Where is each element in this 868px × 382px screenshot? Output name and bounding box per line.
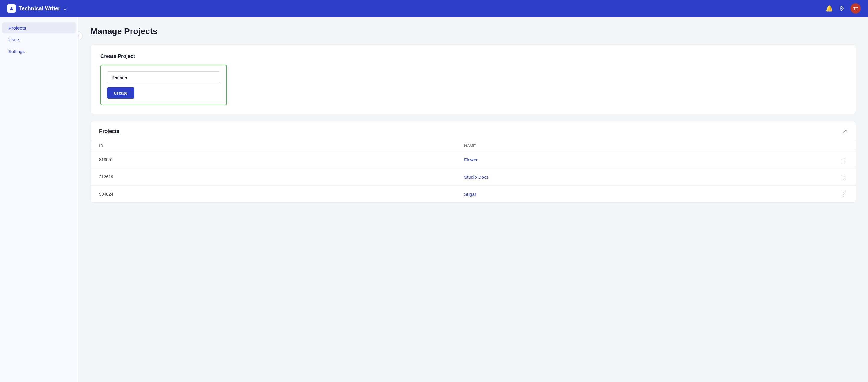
row-name[interactable]: Studio Docs bbox=[464, 174, 829, 180]
app-layout: Projects Users Settings ‹ Manage Project… bbox=[0, 17, 868, 382]
sidebar-item-users[interactable]: Users bbox=[2, 34, 76, 45]
topnav-left: Technical Writer ⌄ bbox=[7, 4, 67, 13]
row-id: 212619 bbox=[99, 174, 464, 179]
row-name[interactable]: Flower bbox=[464, 157, 829, 162]
topnav-right: 🔔 ⚙ TT bbox=[826, 3, 861, 13]
avatar[interactable]: TT bbox=[850, 3, 861, 13]
page-title: Manage Projects bbox=[90, 27, 856, 36]
create-project-form: Create bbox=[100, 65, 227, 105]
main-content: ‹ Manage Projects Create Project Create … bbox=[79, 17, 868, 382]
settings-icon[interactable]: ⚙ bbox=[839, 5, 844, 12]
col-header-id: ID bbox=[99, 144, 464, 148]
collapse-sidebar-button[interactable]: ‹ bbox=[79, 31, 83, 40]
table-row: 904024 Sugar ⋮ bbox=[91, 186, 856, 202]
projects-table-title: Projects bbox=[99, 128, 119, 134]
project-name-input[interactable] bbox=[107, 71, 220, 83]
app-title: Technical Writer bbox=[19, 5, 60, 12]
sidebar-item-settings[interactable]: Settings bbox=[2, 46, 76, 57]
collapse-table-icon[interactable]: ⤢ bbox=[843, 128, 847, 135]
col-header-name: Name bbox=[464, 144, 829, 148]
table-row: 212619 Studio Docs ⋮ bbox=[91, 168, 856, 186]
row-name[interactable]: Sugar bbox=[464, 192, 829, 197]
row-menu-button[interactable]: ⋮ bbox=[829, 173, 847, 181]
logo-icon[interactable] bbox=[7, 4, 16, 13]
row-id: 818051 bbox=[99, 157, 464, 162]
create-project-card: Create Project Create bbox=[90, 44, 856, 114]
table-header: ID Name bbox=[91, 140, 856, 151]
notification-icon[interactable]: 🔔 bbox=[826, 5, 833, 12]
row-id: 904024 bbox=[99, 192, 464, 196]
row-menu-button[interactable]: ⋮ bbox=[829, 156, 847, 163]
table-row: 818051 Flower ⋮ bbox=[91, 151, 856, 168]
top-navigation: Technical Writer ⌄ 🔔 ⚙ TT bbox=[0, 0, 868, 17]
create-project-title: Create Project bbox=[100, 53, 846, 59]
app-dropdown-icon[interactable]: ⌄ bbox=[63, 6, 67, 11]
sidebar-item-projects[interactable]: Projects bbox=[2, 22, 76, 33]
sidebar: Projects Users Settings bbox=[0, 17, 79, 382]
create-project-button[interactable]: Create bbox=[107, 87, 134, 98]
col-header-actions bbox=[829, 144, 847, 148]
projects-card-header: Projects ⤢ bbox=[91, 121, 856, 140]
row-menu-button[interactable]: ⋮ bbox=[829, 190, 847, 198]
projects-table-card: Projects ⤢ ID Name 818051 Flower ⋮ 21261… bbox=[90, 121, 856, 203]
svg-marker-0 bbox=[10, 7, 13, 10]
